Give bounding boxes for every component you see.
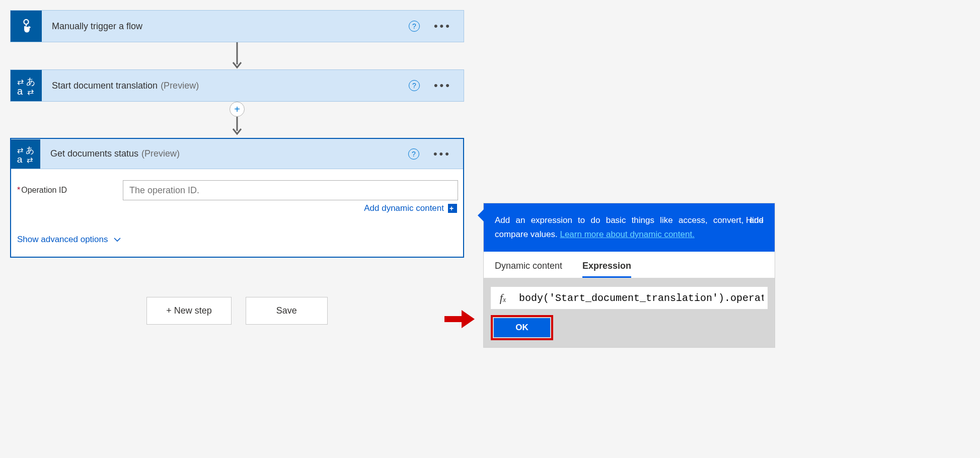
step-title: Get documents status: [50, 148, 138, 159]
step-title: Manually trigger a flow: [52, 21, 142, 32]
help-icon[interactable]: ?: [409, 80, 420, 91]
svg-text:あ: あ: [26, 145, 34, 155]
flow-step-start-translation[interactable]: ⇄ あ a ⇄ Start document translation (Prev…: [10, 69, 464, 102]
panel-tabs: Dynamic content Expression: [484, 252, 775, 278]
svg-text:a: a: [17, 154, 23, 165]
flow-step-get-status: ⇄ あ a ⇄ Get documents status (Preview) ?…: [10, 138, 464, 258]
dynamic-content-panel: Hide Add an expression to do basic thing…: [483, 203, 775, 348]
svg-text:⇄: ⇄: [17, 78, 24, 86]
step-header[interactable]: ⇄ あ a ⇄ Get documents status (Preview) ?…: [11, 139, 463, 169]
save-button[interactable]: Save: [246, 297, 328, 325]
help-icon[interactable]: ?: [409, 21, 420, 32]
step-title: Start document translation: [52, 81, 158, 91]
expression-input-row: fx: [491, 287, 768, 309]
hide-button[interactable]: Hide: [746, 213, 764, 227]
fx-icon: fx: [491, 287, 515, 309]
flow-step-trigger[interactable]: Manually trigger a flow ? •••: [10, 10, 464, 42]
svg-text:a: a: [17, 86, 23, 97]
add-step-button[interactable]: +: [230, 102, 245, 117]
svg-text:⇄: ⇄: [27, 88, 34, 96]
operation-id-input[interactable]: [123, 180, 458, 200]
annotation-arrow-icon: [444, 310, 475, 328]
preview-label: (Preview): [141, 148, 180, 159]
tab-dynamic-content[interactable]: Dynamic content: [495, 261, 562, 278]
more-icon[interactable]: •••: [434, 79, 451, 92]
touch-icon: [11, 11, 42, 42]
more-icon[interactable]: •••: [433, 147, 451, 161]
add-dynamic-content-link[interactable]: Add dynamic content: [364, 203, 444, 213]
panel-header: Hide Add an expression to do basic thing…: [484, 203, 775, 252]
preview-label: (Preview): [161, 81, 199, 91]
connector-arrow-plus: +: [232, 102, 242, 138]
panel-pointer-icon: [478, 209, 484, 221]
ok-highlight: OK: [491, 315, 553, 340]
svg-text:⇄: ⇄: [27, 156, 33, 164]
plus-icon[interactable]: +: [448, 204, 457, 213]
help-icon[interactable]: ?: [408, 148, 419, 160]
learn-more-link[interactable]: Learn more about dynamic content.: [560, 230, 694, 239]
field-label: *Operation ID: [17, 186, 118, 195]
translate-icon: ⇄ あ a ⇄: [11, 139, 40, 169]
svg-rect-9: [444, 316, 463, 322]
show-advanced-toggle[interactable]: Show advanced options: [17, 235, 458, 245]
ok-button[interactable]: OK: [494, 318, 550, 337]
translate-icon: ⇄ あ a ⇄: [11, 70, 42, 101]
expression-input[interactable]: [515, 287, 768, 309]
tab-expression[interactable]: Expression: [582, 261, 631, 278]
more-icon[interactable]: •••: [434, 20, 451, 33]
new-step-button[interactable]: + New step: [146, 297, 232, 325]
svg-point-0: [24, 20, 28, 24]
connector-arrow: [232, 42, 242, 69]
svg-text:⇄: ⇄: [17, 146, 24, 155]
svg-text:あ: あ: [26, 77, 35, 87]
